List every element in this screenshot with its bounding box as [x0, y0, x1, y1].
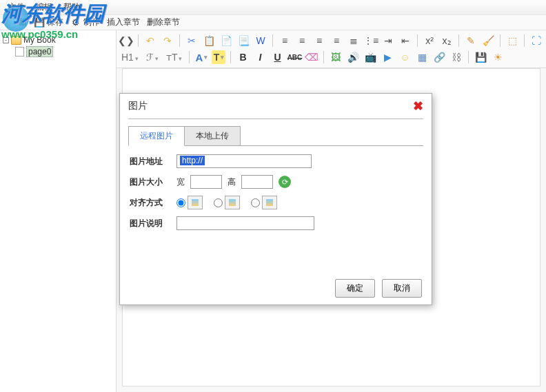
link-icon[interactable]: 🔗: [432, 50, 446, 64]
paste-plain-icon[interactable]: 📃: [236, 34, 250, 48]
table-icon[interactable]: ▦: [415, 50, 429, 64]
redo-icon[interactable]: ↷: [161, 34, 174, 48]
tree-root-label: My Book: [23, 35, 56, 45]
italic-icon[interactable]: I: [253, 50, 267, 64]
align-left-icon[interactable]: ≡: [278, 34, 292, 48]
delete-chapter-button[interactable]: 删除章节: [144, 16, 183, 29]
insert-chapter-button[interactable]: 插入章节: [104, 16, 143, 29]
save-icon: 💾: [34, 17, 45, 28]
file-icon[interactable]: ▶: [381, 50, 394, 64]
font-family-dropdown[interactable]: ℱ: [144, 52, 161, 63]
url-input[interactable]: http://: [176, 154, 312, 168]
align-right-icon[interactable]: ≡: [312, 34, 326, 48]
file-icon: 📄: [6, 17, 17, 28]
back-color-icon[interactable]: T: [212, 50, 225, 64]
menubar: 文件 编辑 帮助: [0, 0, 546, 15]
menu-edit[interactable]: 编辑: [30, 0, 58, 15]
page-icon: [15, 47, 24, 56]
editor-toolbar: ❮❯ ↶ ↷ ✂ 📋 📄 📃 W ≡ ≡ ≡ ≡ ≣ ⋮≡ ⇥ ⇤: [117, 30, 546, 68]
main-toolbar: 📄新 💾保存 ⚙制作 插入章节 删除章节: [0, 15, 546, 30]
paste-word-icon[interactable]: W: [254, 34, 267, 48]
menu-file[interactable]: 文件: [3, 0, 30, 15]
unlink-icon[interactable]: ⛓: [449, 50, 463, 64]
align-label: 对齐方式: [130, 197, 171, 209]
indent-icon[interactable]: ⇥: [381, 34, 395, 48]
bold-icon[interactable]: B: [236, 50, 250, 64]
new-button[interactable]: 📄新: [3, 16, 30, 29]
align-justify-icon[interactable]: ≡: [330, 34, 343, 48]
gear-icon: ⚙: [70, 17, 81, 28]
tab-local[interactable]: 本地上传: [184, 126, 241, 146]
align-left[interactable]: [214, 196, 240, 209]
undo-icon[interactable]: ↶: [143, 34, 157, 48]
list-ol-icon[interactable]: ≣: [347, 34, 361, 48]
width-input[interactable]: [190, 175, 222, 189]
outdent-icon[interactable]: ⇤: [398, 34, 412, 48]
height-label: 高: [228, 176, 236, 188]
emoji-icon[interactable]: ☺: [398, 50, 412, 64]
cancel-button[interactable]: 取消: [382, 279, 422, 298]
make-button[interactable]: ⚙制作: [68, 16, 103, 29]
copy-icon[interactable]: 📋: [202, 34, 216, 48]
cut-icon[interactable]: ✂: [185, 34, 199, 48]
ok-button[interactable]: 确定: [335, 279, 375, 298]
print-icon[interactable]: ☀: [491, 50, 505, 64]
save-editor-icon[interactable]: 💾: [474, 50, 487, 64]
desc-input[interactable]: [176, 216, 314, 230]
url-label: 图片地址: [130, 156, 171, 167]
format-icon[interactable]: 🧹: [481, 34, 495, 48]
width-label: 宽: [176, 176, 185, 188]
strike-icon[interactable]: ABC: [287, 50, 301, 64]
fullscreen-icon[interactable]: ⛶: [529, 34, 543, 48]
desc-label: 图片说明: [130, 218, 171, 229]
heading-dropdown[interactable]: H1: [119, 52, 141, 63]
media-icon[interactable]: 🔊: [346, 50, 360, 64]
image-icon[interactable]: 🖼: [329, 50, 343, 64]
tree-page[interactable]: page0: [3, 45, 113, 58]
image-dialog: 图片 ✖ 远程图片 本地上传 图片地址 http:// 图片大小 宽 高 ⟳ 对…: [119, 93, 432, 305]
size-label: 图片大小: [130, 176, 171, 188]
close-icon[interactable]: ✖: [413, 99, 423, 114]
menu-help[interactable]: 帮助: [58, 0, 85, 15]
dialog-title: 图片: [128, 100, 148, 112]
tree-page-label: page0: [26, 46, 53, 57]
source-icon[interactable]: ❮❯: [119, 34, 133, 48]
align-center-icon[interactable]: ≡: [295, 34, 309, 48]
dialog-tabs: 远程图片 本地上传: [128, 126, 423, 146]
height-input[interactable]: [241, 175, 273, 189]
folder-icon: [11, 36, 21, 45]
clear-format-icon[interactable]: ✎: [464, 34, 478, 48]
save-button[interactable]: 💾保存: [31, 16, 66, 29]
tree-root[interactable]: - My Book: [3, 34, 113, 45]
flash-icon[interactable]: 📺: [363, 50, 377, 64]
font-size-dropdown[interactable]: ⁠ᴛT: [164, 52, 185, 63]
select-all-icon[interactable]: ⬚: [505, 34, 519, 48]
tab-remote[interactable]: 远程图片: [128, 126, 185, 146]
sup-icon[interactable]: x²: [423, 34, 436, 48]
paste-icon[interactable]: 📄: [219, 34, 233, 48]
underline-icon[interactable]: U: [270, 50, 284, 64]
sub-icon[interactable]: x₂: [440, 34, 454, 48]
refresh-icon[interactable]: ⟳: [279, 176, 291, 188]
remove-format-icon[interactable]: ⌫: [305, 50, 318, 64]
align-right[interactable]: [251, 196, 277, 209]
tree-panel: - My Book page0: [0, 30, 117, 392]
collapse-icon[interactable]: -: [3, 37, 9, 43]
align-default[interactable]: [176, 196, 203, 209]
list-ul-icon[interactable]: ⋮≡: [364, 34, 378, 48]
fore-color-icon[interactable]: A: [194, 50, 208, 64]
